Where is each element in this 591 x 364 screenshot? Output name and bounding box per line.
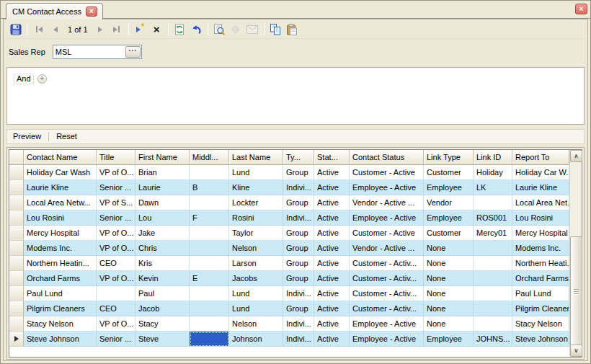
refresh-button[interactable] — [172, 22, 187, 37]
row-header[interactable] — [9, 332, 24, 347]
row-header[interactable] — [9, 256, 24, 271]
grid-cell[interactable]: None — [424, 241, 474, 256]
grid-cell[interactable]: Jacobs — [229, 271, 283, 286]
grid-cell[interactable]: Jacob — [135, 301, 190, 316]
row-header[interactable] — [9, 301, 24, 316]
grid-cell[interactable]: Active — [314, 271, 350, 286]
first-record-button[interactable] — [31, 22, 46, 37]
column-header-title[interactable]: Title — [97, 150, 135, 165]
grid-cell[interactable]: Active — [314, 226, 350, 241]
row-header[interactable] — [9, 226, 24, 241]
grid-cell[interactable]: Active — [314, 301, 350, 316]
undo-button[interactable] — [189, 22, 204, 37]
grid-cell[interactable]: Pilgrim Cleaners — [24, 301, 97, 316]
row-header[interactable] — [9, 241, 24, 256]
grid-cell[interactable]: CEO — [97, 301, 135, 316]
grid-cell[interactable]: Indivi... — [283, 210, 314, 226]
preview-button[interactable]: Preview — [7, 132, 48, 141]
grid-cell[interactable]: Orchard Farms — [24, 271, 97, 286]
column-header-middl[interactable]: Middl... — [190, 150, 229, 165]
print-preview-button[interactable] — [212, 22, 227, 37]
grid-cell[interactable]: Senior ... — [97, 332, 135, 347]
grid-cell[interactable] — [474, 256, 512, 271]
grid-cell[interactable]: Group — [283, 301, 314, 316]
grid-cell[interactable] — [190, 165, 229, 180]
grid-cell[interactable]: Mercy Hospital — [24, 226, 97, 241]
grid-cell[interactable]: LK — [474, 180, 512, 195]
grid-cell[interactable]: Mercy Hospital — [512, 226, 569, 241]
grid-cell[interactable]: Lund — [229, 286, 283, 301]
grid-cell[interactable]: None — [424, 271, 474, 286]
grid-cell[interactable]: None — [424, 256, 474, 271]
grid-cell[interactable]: Laurie Kline — [24, 180, 97, 195]
grid-cell[interactable]: Steve — [135, 332, 190, 347]
tab-close-button[interactable]: × — [86, 6, 97, 17]
paste-button[interactable] — [285, 22, 300, 37]
sales-rep-input[interactable] — [53, 48, 125, 56]
grid-cell[interactable]: Holiday Car Wash — [24, 165, 97, 180]
grid-cell[interactable]: VP of O... — [97, 226, 135, 241]
row-header[interactable] — [9, 316, 24, 332]
grid-cell[interactable]: Group — [283, 226, 314, 241]
grid-cell[interactable]: Customer - Activ... — [350, 301, 424, 316]
grid-cell[interactable]: Vendor - Active ... — [350, 195, 424, 210]
grid-cell[interactable]: Paul Lund — [512, 286, 569, 301]
grid-cell[interactable]: Kevin — [135, 271, 190, 286]
grid-cell[interactable] — [190, 195, 229, 210]
grid-cell[interactable]: Modems Inc. — [512, 241, 569, 256]
grid-cell[interactable]: Employee - Active — [350, 332, 424, 347]
grid-cell[interactable] — [190, 301, 229, 316]
grid-cell[interactable]: Stacy Nelson — [24, 316, 97, 332]
grid-cell[interactable]: None — [424, 316, 474, 332]
grid-cell[interactable]: Northern Heati... — [512, 256, 569, 271]
add-condition-icon[interactable]: + — [37, 74, 47, 84]
grid-cell[interactable] — [474, 316, 512, 332]
delete-record-button[interactable]: × — [149, 22, 164, 37]
grid-cell[interactable]: Dawn — [135, 195, 190, 210]
grid-cell[interactable]: Lockter — [229, 195, 283, 210]
grid-cell[interactable]: Employee — [424, 332, 474, 347]
scroll-thumb[interactable] — [570, 236, 582, 346]
grid-cell[interactable]: Active — [314, 210, 350, 226]
row-header[interactable] — [9, 286, 24, 301]
grid-cell[interactable]: Customer - Activ... — [350, 286, 424, 301]
grid-cell[interactable] — [474, 271, 512, 286]
grid-cell[interactable]: Customer - Active — [350, 226, 424, 241]
row-header[interactable] — [9, 210, 24, 226]
grid-cell[interactable]: Orchard Farms — [512, 271, 569, 286]
grid-cell[interactable] — [474, 286, 512, 301]
grid-cell[interactable]: Active — [314, 256, 350, 271]
grid-cell[interactable]: Johnson — [229, 332, 283, 347]
previous-record-button[interactable] — [48, 22, 63, 37]
grid-cell[interactable]: Active — [314, 195, 350, 210]
copy-button[interactable] — [268, 22, 283, 37]
grid-cell[interactable]: Local Area Netw... — [24, 195, 97, 210]
grid-cell[interactable]: Indivi... — [283, 316, 314, 332]
grid-cell[interactable] — [190, 286, 229, 301]
scroll-down-button[interactable]: ∨ — [570, 345, 582, 357]
grid-cell[interactable]: VP of O... — [97, 316, 135, 332]
grid-cell[interactable]: Active — [314, 165, 350, 180]
grid-cell[interactable]: Jake — [135, 226, 190, 241]
grid-cell[interactable]: Employee - Active — [350, 180, 424, 195]
column-header-first-name[interactable]: First Name — [135, 150, 190, 165]
grid-cell[interactable] — [190, 316, 229, 332]
grid-cell[interactable]: Group — [283, 195, 314, 210]
window-close-button[interactable]: × — [575, 4, 587, 14]
grid-cell[interactable]: Active — [314, 286, 350, 301]
tab-cm-contact-access[interactable]: CM Contact Access × — [6, 3, 103, 19]
grid-cell[interactable]: Employee - Active — [350, 316, 424, 332]
grid-cell[interactable]: Nelson — [229, 316, 283, 332]
grid-cell[interactable]: CEO — [97, 256, 135, 271]
grid-cell[interactable]: Indivi... — [283, 332, 314, 347]
filter-operator-button[interactable]: And — [14, 74, 34, 84]
grid-cell[interactable]: JOHNS... — [474, 332, 512, 347]
column-header-link-type[interactable]: Link Type — [424, 150, 474, 165]
grid-cell[interactable]: Lou — [135, 210, 190, 226]
grid-cell[interactable]: Senior ... — [97, 210, 135, 226]
grid-cell[interactable]: Senior ... — [97, 180, 135, 195]
grid-cell[interactable]: Active — [314, 316, 350, 332]
grid-cell[interactable]: Laurie — [135, 180, 190, 195]
grid-cell[interactable]: Stacy Nelson — [512, 316, 569, 332]
grid-cell[interactable]: VP of O... — [97, 271, 135, 286]
